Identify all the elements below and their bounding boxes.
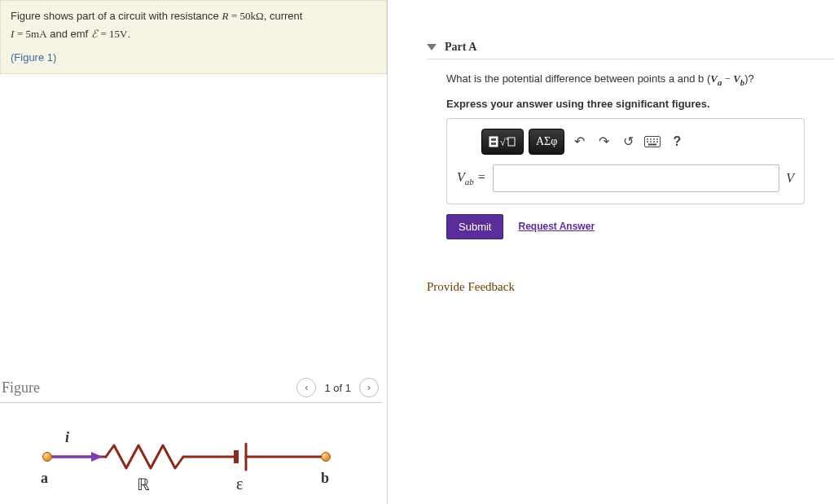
svg-point-11 xyxy=(653,138,655,140)
resistor-label: ℝ xyxy=(137,475,150,494)
svg-point-12 xyxy=(656,138,658,140)
intro-text: Figure shows part of a circuit with resi… xyxy=(11,10,222,22)
period: . xyxy=(127,28,130,40)
undo-button[interactable]: ↶ xyxy=(569,132,589,151)
template-tool-button[interactable]: √ x xyxy=(481,129,524,155)
r-symbol: R xyxy=(222,10,228,22)
node-b-label: b xyxy=(321,470,329,487)
emf-label: ε xyxy=(236,475,243,493)
svg-rect-3 xyxy=(491,138,496,141)
help-button[interactable]: ? xyxy=(667,132,687,151)
svg-point-10 xyxy=(650,138,652,140)
comma-current: , current xyxy=(264,10,303,22)
reset-button[interactable]: ↺ xyxy=(618,132,638,151)
emf-symbol: ℰ xyxy=(91,28,98,40)
figure-panel: Figure ‹ 1 of 1 › xyxy=(0,375,387,504)
svg-rect-4 xyxy=(491,142,496,145)
answer-unit: V xyxy=(786,171,794,186)
node-a xyxy=(42,452,52,462)
emf-value: 15V xyxy=(109,28,127,40)
figure-pager-text: 1 of 1 xyxy=(324,382,351,394)
i-value: 5mA xyxy=(26,28,47,40)
eq2: = xyxy=(17,28,26,40)
figure-link[interactable]: (Figure 1) xyxy=(11,51,56,64)
svg-point-9 xyxy=(647,138,648,140)
figure-next-button[interactable]: › xyxy=(359,378,379,397)
svg-text:√: √ xyxy=(500,137,506,148)
part-a-header[interactable]: Part A xyxy=(427,41,834,59)
svg-rect-17 xyxy=(648,143,656,145)
redo-button[interactable]: ↷ xyxy=(594,132,613,151)
svg-point-15 xyxy=(653,141,655,142)
problem-intro: Figure shows part of a circuit with resi… xyxy=(0,0,387,74)
svg-rect-1 xyxy=(489,137,498,147)
node-b xyxy=(321,452,331,462)
figure-prev-button[interactable]: ‹ xyxy=(296,378,316,397)
greek-tool-button[interactable]: ΑΣφ xyxy=(529,129,564,155)
r-value: 50kΩ xyxy=(240,10,264,22)
svg-rect-6 xyxy=(508,138,515,146)
part-a-title: Part A xyxy=(445,41,476,54)
i-symbol: I xyxy=(11,28,14,40)
answer-variable-label: Vab = xyxy=(457,170,486,186)
question-text: What is the potential difference between… xyxy=(446,72,805,87)
request-answer-link[interactable]: Request Answer xyxy=(518,221,595,232)
figure-title: Figure xyxy=(2,379,40,397)
current-label: i xyxy=(65,429,69,446)
answer-box: √ x ΑΣφ ↶ ↷ ↺ xyxy=(446,118,805,204)
chevron-down-icon xyxy=(427,44,437,50)
provide-feedback-link[interactable]: Provide Feedback xyxy=(427,280,834,294)
chevron-right-icon: › xyxy=(367,382,371,393)
and-emf: and emf xyxy=(50,28,91,40)
svg-point-16 xyxy=(656,141,658,142)
chevron-left-icon: ‹ xyxy=(305,382,308,393)
svg-point-13 xyxy=(647,141,648,142)
keyboard-icon xyxy=(644,136,661,147)
eq3: = xyxy=(100,28,109,40)
circuit-diagram: i a b ℝ ε xyxy=(33,414,358,504)
submit-button[interactable]: Submit xyxy=(446,214,503,239)
equation-toolbar: √ x ΑΣφ ↶ ↷ ↺ xyxy=(481,129,794,155)
fraction-root-icon: √ x xyxy=(489,134,516,149)
answer-input[interactable] xyxy=(493,164,780,192)
eq: = xyxy=(231,10,240,22)
figure-pager: ‹ 1 of 1 › xyxy=(296,378,379,397)
svg-text:x: x xyxy=(506,135,509,142)
node-a-label: a xyxy=(41,470,48,487)
keyboard-button[interactable] xyxy=(643,132,662,151)
answer-instruction: Express your answer using three signific… xyxy=(446,98,805,110)
svg-point-14 xyxy=(650,141,652,142)
svg-marker-0 xyxy=(91,452,103,462)
